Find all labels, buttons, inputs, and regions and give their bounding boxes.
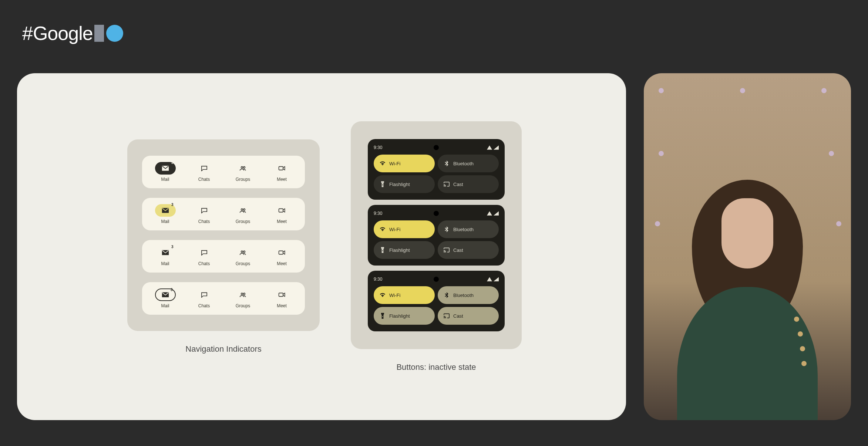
status-bar: 9:30 [374,210,499,217]
svg-point-3 [241,209,243,210]
google-io-logo: # Google [22,22,123,44]
presenter-video [644,73,851,420]
slide-card: 3 Mail Chats Groups [17,73,626,420]
nav-label: Meet [277,219,287,224]
nav-label: Groups [236,303,250,308]
chat-icon [194,246,215,259]
qs-bluetooth[interactable]: Bluetooth [438,220,499,238]
qs-cast[interactable]: Cast [438,175,499,193]
nav-label: Groups [236,219,250,224]
nav-meet[interactable]: Meet [265,204,299,224]
qs-panel: 9:30 Wi-Fi B [368,139,505,200]
qs-wifi[interactable]: Wi-Fi [374,220,435,238]
qs-flashlight[interactable]: Flashlight [374,241,435,259]
mail-icon: 3 [155,288,176,301]
mail-badge: 3 [171,288,173,292]
qs-label: Flashlight [389,247,410,253]
nav-label: Meet [277,261,287,266]
presenter-figure [662,169,832,420]
svg-point-9 [241,293,243,295]
qs-label: Cast [453,182,463,187]
status-time: 9:30 [374,211,382,216]
svg-rect-11 [279,293,283,296]
qs-caption: Buttons: inactive state [396,362,476,372]
svg-rect-5 [279,209,283,212]
groups-icon [233,288,253,301]
qs-flashlight[interactable]: Flashlight [374,175,435,193]
status-time: 9:30 [374,145,382,150]
qs-label: Bluetooth [453,161,474,166]
qs-wifi[interactable]: Wi-Fi [374,155,435,172]
svg-point-10 [243,293,245,295]
meet-icon [272,204,292,217]
status-icons [487,211,499,216]
nav-row: 3 Mail Chats Groups Meet [142,240,305,273]
nav-label: Mail [161,303,169,308]
nav-label: Groups [236,177,250,182]
nav-meet[interactable]: Meet [265,246,299,266]
nav-label: Chats [198,303,210,308]
meet-icon [272,288,292,301]
status-icons [487,145,499,150]
qs-label: Wi-Fi [389,227,400,232]
qs-bluetooth[interactable]: Bluetooth [438,286,499,304]
svg-rect-8 [279,251,283,254]
status-icons [487,277,499,281]
mail-badge: 3 [171,161,174,165]
nav-mail[interactable]: 3 Mail [149,162,182,182]
nav-label: Mail [161,219,169,224]
nav-mail[interactable]: 3 Mail [149,204,182,224]
qs-label: Wi-Fi [389,161,400,166]
nav-meet[interactable]: Meet [265,162,299,182]
qs-flashlight[interactable]: Flashlight [374,307,435,325]
qs-label: Bluetooth [453,227,474,232]
status-bar: 9:30 [374,276,499,283]
qs-label: Flashlight [389,313,410,319]
chat-icon [194,204,215,217]
svg-point-0 [241,166,243,168]
qs-bluetooth[interactable]: Bluetooth [438,155,499,172]
svg-point-1 [243,166,245,168]
qs-label: Flashlight [389,182,410,187]
groups-icon [233,204,253,217]
logo-hash: # [22,22,33,44]
nav-label: Chats [198,261,210,266]
nav-indicator-gallery: 3 Mail Chats Groups [127,139,320,331]
mail-icon: 3 [155,204,176,217]
mail-icon: 3 [155,162,176,175]
qs-wifi[interactable]: Wi-Fi [374,286,435,304]
svg-rect-2 [279,166,283,170]
qs-cast[interactable]: Cast [438,241,499,259]
svg-point-4 [243,209,245,210]
nav-label: Chats [198,177,210,182]
nav-groups[interactable]: Groups [226,162,260,182]
nav-groups[interactable]: Groups [226,288,260,308]
groups-icon [233,162,253,175]
camera-dot-icon [434,277,439,282]
svg-point-7 [243,251,245,253]
nav-mail[interactable]: 3 Mail [149,288,182,308]
meet-icon [272,246,292,259]
qs-panel: 9:30 Wi-Fi Bluetooth Flashlight Cast [368,205,505,266]
nav-row: 3 Mail Chats Groups [142,156,305,188]
qs-cast[interactable]: Cast [438,307,499,325]
nav-chats[interactable]: Chats [188,204,221,224]
nav-row: 3 Mail Chats Groups Meet [142,282,305,315]
nav-chats[interactable]: Chats [188,288,221,308]
camera-dot-icon [434,211,439,216]
logo-io-mark [94,25,123,42]
nav-meet[interactable]: Meet [265,288,299,308]
nav-chats[interactable]: Chats [188,246,221,266]
nav-groups[interactable]: Groups [226,246,260,266]
chat-icon [194,162,215,175]
nav-mail[interactable]: 3 Mail [149,246,182,266]
nav-chats[interactable]: Chats [188,162,221,182]
qs-label: Cast [453,247,463,253]
qs-label: Wi-Fi [389,293,400,298]
nav-label: Mail [161,177,169,182]
nav-groups[interactable]: Groups [226,204,260,224]
chat-icon [194,288,215,301]
mail-badge: 3 [171,203,174,207]
meet-icon [272,162,292,175]
nav-label: Groups [236,261,250,266]
